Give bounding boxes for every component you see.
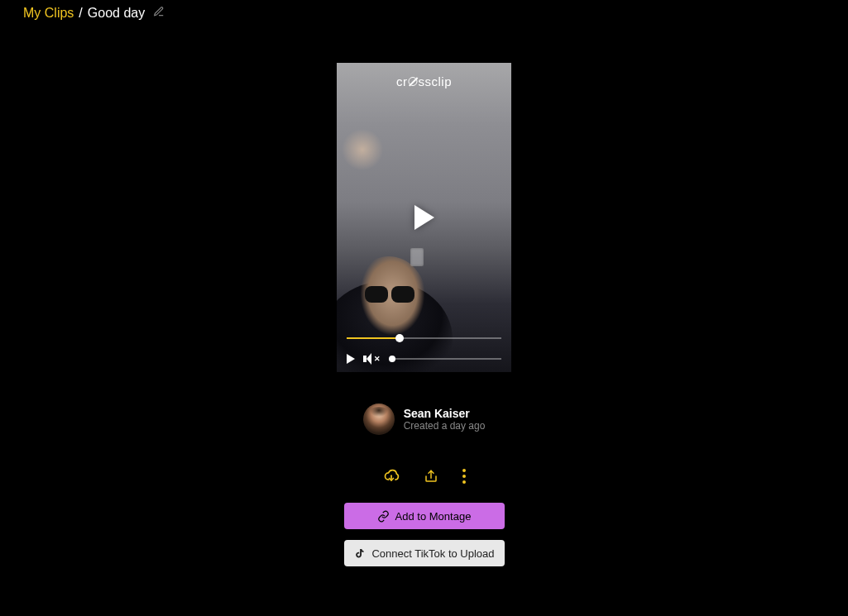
connect-tiktok-label: Connect TikTok to Upload (371, 547, 494, 560)
play-icon[interactable] (347, 354, 355, 364)
edit-icon[interactable] (153, 6, 165, 21)
watermark: crssclip (396, 74, 452, 88)
volume-slider[interactable] (389, 358, 501, 360)
connect-tiktok-button[interactable]: Connect TikTok to Upload (344, 540, 505, 566)
created-time: Created a day ago (404, 420, 486, 432)
breadcrumb-current: Good day (88, 6, 145, 21)
breadcrumb-root-link[interactable]: My Clips (23, 6, 74, 21)
content: crssclip ✕ Sean Kaiser Created a day ag (0, 26, 848, 566)
author-text: Sean Kaiser Created a day ago (404, 407, 486, 432)
more-icon[interactable] (462, 469, 466, 484)
add-to-montage-button[interactable]: Add to Montage (344, 503, 505, 529)
breadcrumb: My Clips / Good day (0, 0, 848, 26)
link-icon (377, 510, 390, 523)
video-player[interactable]: crssclip ✕ (337, 63, 511, 372)
share-icon[interactable] (423, 468, 439, 485)
add-to-montage-label: Add to Montage (395, 510, 472, 523)
progress-bar[interactable] (347, 337, 501, 339)
player-controls: ✕ (347, 354, 501, 364)
download-icon[interactable] (383, 468, 400, 485)
author-block: Sean Kaiser Created a day ago (363, 404, 486, 435)
mute-icon[interactable]: ✕ (363, 355, 381, 363)
author-name: Sean Kaiser (404, 407, 486, 420)
tiktok-icon (353, 547, 366, 560)
video-thumbnail-bg-detail (410, 248, 424, 266)
play-button[interactable] (414, 205, 434, 230)
breadcrumb-separator: / (79, 6, 82, 21)
action-icon-row (383, 468, 466, 485)
avatar[interactable] (363, 404, 395, 435)
video-thumbnail-figure (337, 165, 444, 347)
